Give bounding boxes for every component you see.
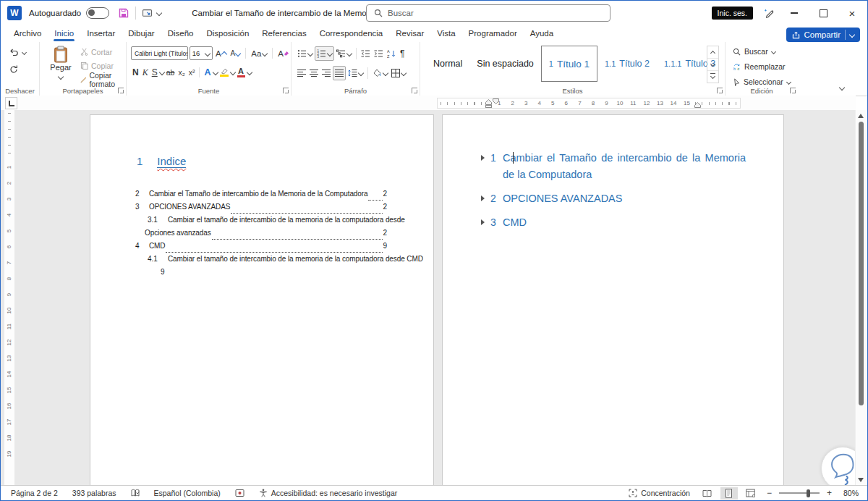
read-mode-button[interactable] [699, 487, 716, 500]
chevron-down-icon[interactable] [22, 49, 27, 54]
dialog-launcher-icon[interactable] [118, 88, 124, 93]
maximize-button[interactable] [814, 4, 833, 22]
macro-record-button[interactable] [231, 489, 249, 497]
find-button[interactable]: Buscar [733, 46, 798, 57]
page-indicator[interactable]: Página 2 de 2 [7, 489, 62, 497]
search-input[interactable]: Buscar [366, 4, 610, 22]
decrease-indent-button[interactable] [359, 47, 372, 60]
align-center-button[interactable] [308, 67, 320, 80]
print-layout-button[interactable] [720, 487, 738, 500]
sort-button[interactable]: AZ [386, 47, 398, 60]
styles-gallery-expand[interactable] [707, 71, 718, 83]
font-family-select[interactable]: Calibri Light (Títulos [131, 46, 188, 60]
sign-in-button[interactable]: Inic. ses. [712, 7, 753, 20]
collapse-triangle-icon[interactable] [481, 214, 490, 231]
touch-mode-icon[interactable] [142, 9, 153, 18]
chevron-down-icon[interactable] [246, 70, 252, 75]
font-size-select[interactable]: 16 [190, 46, 213, 60]
close-button[interactable]: × [843, 4, 861, 22]
style-titulo-1[interactable]: 1Título 1 [541, 46, 597, 82]
zoom-slider-thumb[interactable] [807, 489, 810, 497]
scroll-down-icon[interactable] [858, 478, 864, 482]
numbering-button[interactable]: 123 [315, 46, 334, 61]
line-spacing-button[interactable] [346, 67, 365, 80]
replace-button[interactable]: bc Reemplazar [733, 61, 798, 72]
scroll-up-icon[interactable] [858, 114, 864, 118]
collapse-triangle-icon[interactable] [481, 150, 490, 183]
select-button[interactable]: Seleccionar [733, 76, 798, 88]
zoom-in-button[interactable]: + [824, 488, 835, 498]
format-painter-button[interactable]: Copiar formato [79, 73, 126, 85]
dialog-launcher-icon[interactable] [717, 88, 723, 93]
text-effects-button[interactable]: A [203, 66, 212, 79]
focus-mode-button[interactable]: Concentración [624, 489, 694, 497]
grow-font-button[interactable]: A [214, 47, 228, 60]
pen-input-icon[interactable] [763, 8, 775, 19]
underline-button[interactable]: S [150, 66, 159, 79]
tab-correspondencia[interactable]: Correspondencia [314, 27, 389, 41]
language-indicator[interactable]: Español (Colombia) [150, 489, 225, 497]
subscript-button[interactable]: x₂ [176, 66, 186, 79]
accessibility-status[interactable]: Accesibilidad: es necesario investigar [255, 489, 402, 497]
redo-button[interactable] [7, 62, 20, 75]
copy-button[interactable]: Copiar [79, 59, 126, 72]
multilevel-list-button[interactable] [335, 47, 353, 60]
web-layout-button[interactable] [742, 487, 760, 500]
dialog-launcher-icon[interactable] [412, 88, 417, 93]
chevron-down-icon[interactable] [158, 70, 164, 75]
customize-quick-access-icon[interactable] [156, 7, 163, 20]
word-count[interactable]: 393 palabras [68, 489, 121, 497]
zoom-out-button[interactable]: − [764, 488, 775, 498]
borders-button[interactable] [390, 67, 407, 80]
minimize-button[interactable] [785, 4, 804, 22]
document-page-1[interactable]: 1 Indice 2 Cambiar el Tamaño de intercam… [90, 114, 434, 486]
style-sin-espaciado[interactable]: Sin espaciado [469, 46, 541, 82]
first-line-indent-marker[interactable] [493, 98, 499, 104]
tab-inicio[interactable]: Inicio [48, 27, 80, 41]
styles-scroll-down[interactable] [707, 59, 718, 71]
tab-insertar[interactable]: Insertar [81, 27, 121, 41]
tab-programador[interactable]: Programador [463, 27, 523, 41]
clear-formatting-button[interactable]: A [276, 47, 291, 60]
dialog-launcher-icon[interactable] [790, 88, 796, 93]
tab-diseno[interactable]: Diseño [162, 27, 200, 41]
tab-dibujar[interactable]: Dibujar [122, 27, 160, 41]
hanging-indent-marker[interactable] [485, 98, 492, 108]
align-left-button[interactable] [296, 67, 307, 80]
right-indent-marker[interactable] [694, 102, 701, 108]
collapse-ribbon-icon[interactable] [839, 85, 845, 90]
zoom-level[interactable]: 80% [839, 489, 863, 497]
justify-button[interactable] [333, 66, 346, 80]
shrink-font-button[interactable]: A [229, 47, 242, 60]
tab-referencias[interactable]: Referencias [256, 27, 312, 41]
style-titulo-2[interactable]: 1.1Título 2 [597, 46, 657, 82]
align-right-button[interactable] [320, 67, 332, 80]
chevron-down-icon[interactable] [229, 70, 235, 75]
vertical-ruler[interactable]: 12345678910111213141516171819 [4, 110, 14, 486]
autosave-toggle[interactable] [86, 7, 109, 19]
chevron-down-icon[interactable] [212, 70, 218, 75]
collapse-triangle-icon[interactable] [481, 190, 490, 207]
cut-button[interactable]: Cortar [79, 46, 126, 58]
horizontal-ruler[interactable]: 123456789101112131415 [437, 98, 741, 109]
highlight-button[interactable] [218, 66, 230, 79]
dialog-launcher-icon[interactable] [283, 88, 289, 93]
undo-button[interactable] [7, 46, 21, 59]
font-color-button[interactable]: A [236, 66, 247, 79]
style-normal[interactable]: Normal [426, 46, 469, 82]
paste-button[interactable]: Pegar [47, 46, 75, 80]
superscript-button[interactable]: x² [187, 66, 197, 79]
shading-button[interactable] [371, 67, 389, 80]
tab-revisar[interactable]: Revisar [390, 27, 430, 41]
zoom-slider[interactable] [779, 492, 820, 494]
spellcheck-button[interactable] [127, 489, 144, 497]
bold-button[interactable]: N [131, 66, 140, 79]
tab-ayuda[interactable]: Ayuda [524, 27, 559, 41]
tab-disposicion[interactable]: Disposición [200, 27, 255, 41]
tab-vista[interactable]: Vista [431, 27, 461, 41]
strikethrough-button[interactable]: ab [165, 66, 176, 79]
tab-archivo[interactable]: Archivo [8, 27, 47, 41]
pilcrow-button[interactable]: ¶ [399, 47, 406, 60]
tab-stop-selector[interactable] [5, 97, 17, 109]
vertical-scrollbar[interactable] [855, 110, 867, 486]
